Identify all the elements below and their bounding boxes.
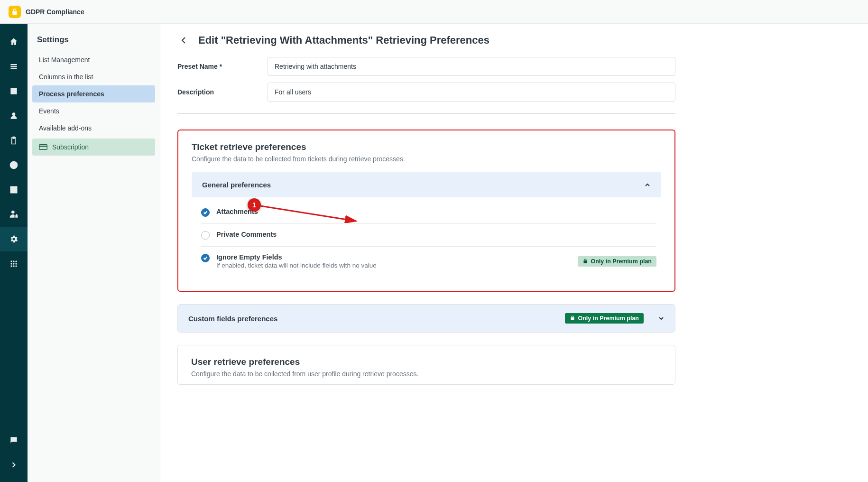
general-preferences-title: General preferences xyxy=(202,181,271,189)
description-input[interactable] xyxy=(268,83,675,102)
svg-point-5 xyxy=(15,263,17,264)
rail-clipboard[interactable] xyxy=(0,128,28,153)
sidebar-item-list-management[interactable]: List Management xyxy=(32,51,155,68)
checkbox-row-ignore-empty: Ignore Empty Fields If enabled, ticket d… xyxy=(201,247,656,276)
svg-point-8 xyxy=(15,265,17,267)
sidebar-item-subscription[interactable]: Subscription xyxy=(32,139,155,156)
checkbox-private-comments[interactable] xyxy=(201,231,210,240)
user-section-title: User retrieve preferences xyxy=(191,357,662,367)
ticket-section-title: Ticket retrieve preferences xyxy=(192,142,661,152)
rail-apps[interactable] xyxy=(0,251,28,276)
icon-rail xyxy=(0,24,28,482)
top-bar: GDPR Compliance xyxy=(0,0,868,24)
svg-point-1 xyxy=(13,260,14,262)
chevron-down-icon xyxy=(658,315,665,322)
rail-users[interactable] xyxy=(0,103,28,128)
custom-fields-accordion[interactable]: Custom fields preferences Only in Premiu… xyxy=(178,305,675,332)
annotation-badge-1: 1 xyxy=(248,198,261,212)
rail-expand[interactable] xyxy=(0,453,28,477)
sidebar-item-label: Subscription xyxy=(52,143,89,151)
lock-open-icon xyxy=(570,315,575,321)
main-content: Edit "Retrieving With Attachments" Retri… xyxy=(160,24,693,482)
page-title: Edit "Retrieving With Attachments" Retri… xyxy=(198,34,489,46)
checkbox-ignore-empty[interactable] xyxy=(201,254,210,262)
credit-card-icon xyxy=(39,144,47,150)
general-preferences-accordion[interactable]: General preferences xyxy=(192,172,661,197)
user-retrieve-card: User retrieve preferences Configure the … xyxy=(177,345,675,385)
chevron-up-icon xyxy=(644,182,651,188)
svg-point-4 xyxy=(13,263,14,264)
app-title: GDPR Compliance xyxy=(26,8,84,16)
premium-badge-solid: Only in Premium plan xyxy=(565,313,644,324)
preset-name-label: Preset Name * xyxy=(177,63,253,70)
rail-chart[interactable] xyxy=(0,177,28,202)
rail-inbox[interactable] xyxy=(0,79,28,103)
custom-fields-card: Custom fields preferences Only in Premiu… xyxy=(177,304,675,333)
sidebar-item-process-preferences[interactable]: Process preferences xyxy=(32,85,155,102)
checkbox-row-attachments: Attachments xyxy=(201,201,656,224)
chevron-left-icon xyxy=(181,37,186,44)
settings-title: Settings xyxy=(32,32,155,51)
right-empty-area xyxy=(693,24,868,482)
rail-clock[interactable] xyxy=(0,153,28,177)
premium-badge: Only in Premium plan xyxy=(578,256,657,267)
svg-rect-9 xyxy=(39,145,47,150)
user-section-subtitle: Configure the data to be collected from … xyxy=(191,370,662,378)
checkbox-row-private-comments: Private Comments xyxy=(201,224,656,247)
rail-user-lock[interactable] xyxy=(0,202,28,227)
lock-open-icon xyxy=(582,259,588,264)
svg-point-3 xyxy=(10,263,12,264)
checkbox-label: Ignore Empty Fields xyxy=(216,253,571,261)
checkbox-label: Attachments xyxy=(216,208,656,215)
rail-chat[interactable] xyxy=(0,428,28,453)
app-logo xyxy=(9,6,21,18)
checkbox-attachments[interactable] xyxy=(201,208,210,217)
checkbox-helper: If enabled, ticket data will not include… xyxy=(216,262,571,269)
svg-point-7 xyxy=(13,265,14,267)
settings-side-panel: Settings List Management Columns in the … xyxy=(28,24,160,482)
sidebar-item-events[interactable]: Events xyxy=(32,102,155,120)
back-button[interactable] xyxy=(177,34,190,46)
sidebar-item-columns[interactable]: Columns in the list xyxy=(32,68,155,85)
custom-fields-title: Custom fields preferences xyxy=(188,315,277,323)
checkbox-label: Private Comments xyxy=(216,231,656,238)
svg-rect-10 xyxy=(39,146,47,147)
svg-point-2 xyxy=(15,260,17,262)
description-label: Description xyxy=(177,88,253,96)
svg-point-6 xyxy=(10,265,12,267)
ticket-section-subtitle: Configure the data to be collected from … xyxy=(192,155,661,163)
general-preferences-list: Attachments Private Comments Ignore Empt… xyxy=(192,197,661,278)
rail-settings[interactable] xyxy=(0,227,28,251)
rail-home[interactable] xyxy=(0,29,28,54)
sidebar-item-addons[interactable]: Available add-ons xyxy=(32,120,155,137)
svg-point-0 xyxy=(10,260,12,262)
divider xyxy=(177,113,675,113)
rail-lists[interactable] xyxy=(0,54,28,79)
preset-name-input[interactable] xyxy=(268,57,675,76)
